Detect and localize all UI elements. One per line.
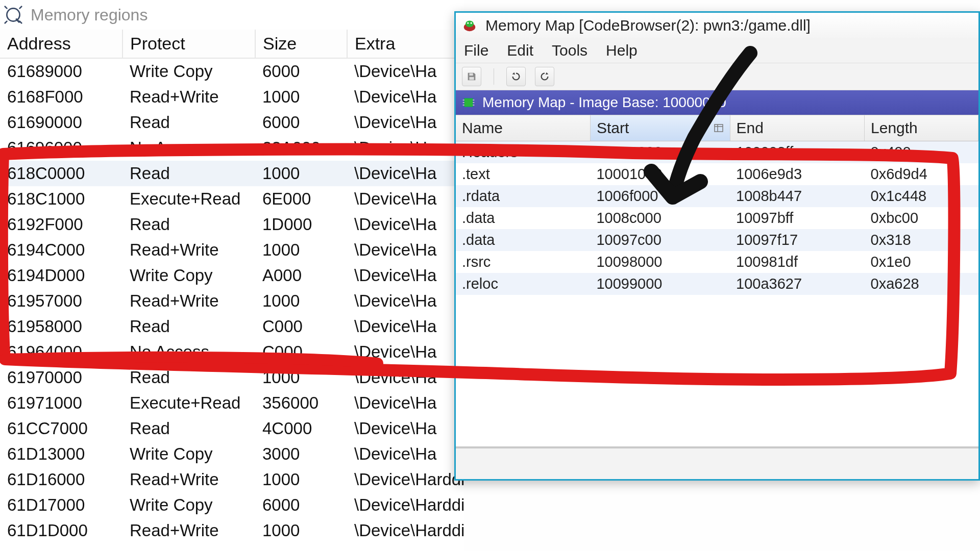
table-row[interactable]: .rsrc10098000100981df0x1e0 — [456, 251, 978, 273]
table-cell: A000 — [255, 263, 347, 288]
table-cell: Read+Write — [122, 288, 255, 314]
table-cell: 10097f17 — [730, 229, 864, 251]
gh-col-start[interactable]: Start — [590, 115, 730, 141]
ce-col-address[interactable]: Address — [0, 30, 122, 58]
table-cell: Execute+Read — [122, 186, 255, 212]
table-cell: Write Copy — [122, 441, 255, 467]
table-row[interactable]: 61D16000Read+Write1000\Device\HarddiskVo… — [0, 467, 464, 492]
table-row[interactable]: 61689000Write Copy6000\Device\Ha — [0, 58, 464, 84]
table-cell: 61971000 — [0, 390, 122, 416]
gh-pane-title: Memory Map - Image Base: 10000000 — [482, 94, 726, 111]
table-row[interactable]: .reloc10099000100a36270xa628 — [456, 273, 978, 295]
column-tool-icon[interactable] — [713, 122, 725, 134]
table-cell: \Device\Ha — [347, 263, 464, 288]
table-cell: 10001000 — [590, 163, 730, 185]
gh-pane-header: Memory Map - Image Base: 10000000 — [456, 90, 978, 115]
table-cell: .reloc — [456, 273, 590, 295]
gh-menu-file[interactable]: File — [464, 42, 488, 59]
table-cell: \Device\Ha — [347, 339, 464, 365]
table-cell: 10000000 — [590, 141, 730, 164]
table-row[interactable]: Headers10000000100003ff0x400 — [456, 141, 978, 164]
table-cell: 10097c00 — [590, 229, 730, 251]
table-row[interactable]: 61971000Execute+Read356000\Device\Ha — [0, 390, 464, 416]
table-cell: .rdata — [456, 185, 590, 207]
table-cell: Read+Write — [122, 467, 255, 492]
table-cell: Write Copy — [122, 263, 255, 288]
redo-button[interactable] — [535, 67, 554, 86]
save-button[interactable] — [462, 67, 481, 86]
table-cell: 0x1c448 — [865, 185, 978, 207]
ce-col-protect[interactable]: Protect — [122, 30, 255, 58]
table-cell: Read — [122, 416, 255, 441]
table-row[interactable]: 61D17000Write Copy6000\Device\HarddiskVo… — [0, 492, 464, 518]
cheatengine-icon — [4, 6, 22, 24]
table-cell: 61690000 — [0, 110, 122, 135]
table-cell: 0x318 — [865, 229, 978, 251]
table-row[interactable]: 61970000Read1000\Device\Ha — [0, 365, 464, 390]
table-cell: Read — [122, 212, 255, 237]
svg-rect-6 — [469, 73, 473, 76]
table-cell: 61958000 — [0, 314, 122, 339]
gh-col-name[interactable]: Name — [456, 115, 590, 141]
table-row[interactable]: 61CC7000Read4C000\Device\Ha — [0, 416, 464, 441]
table-row[interactable]: 61958000ReadC000\Device\Ha — [0, 314, 464, 339]
gh-memory-map-table[interactable]: Name Start End Length Headers10000000100… — [456, 115, 978, 295]
table-cell: \Device\Ha — [347, 390, 464, 416]
ce-col-extra[interactable]: Extra — [347, 30, 464, 58]
table-cell: 1000 — [255, 518, 347, 543]
table-cell: 6194D000 — [0, 263, 122, 288]
table-cell: No Access — [122, 135, 255, 161]
svg-point-3 — [465, 20, 474, 27]
ce-memory-regions-table[interactable]: Address Protect Size Extra 61689000Write… — [0, 30, 464, 543]
gh-menu-tools[interactable]: Tools — [552, 42, 587, 59]
table-cell: \Device\Ha — [347, 84, 464, 110]
gh-col-end[interactable]: End — [730, 115, 864, 141]
table-row[interactable]: .data1008c00010097bff0xbc00 — [456, 207, 978, 229]
table-row[interactable]: 61D13000Write Copy3000\Device\Ha — [0, 441, 464, 467]
table-row[interactable]: 6194C000Read+Write1000\Device\Ha — [0, 237, 464, 263]
table-cell: 22A000 — [255, 135, 347, 161]
gh-titlebar[interactable]: Memory Map [CodeBrowser(2): pwn3:/game.d… — [456, 13, 978, 38]
table-cell: Read+Write — [122, 237, 255, 263]
table-row[interactable]: .text100010001006e9d30x6d9d4 — [456, 163, 978, 185]
table-cell: 1000 — [255, 365, 347, 390]
table-cell: .text — [456, 163, 590, 185]
table-row[interactable]: 6168F000Read+Write1000\Device\Ha — [0, 84, 464, 110]
gh-col-length[interactable]: Length — [865, 115, 978, 141]
undo-button[interactable] — [506, 67, 526, 86]
gh-toolbar — [456, 63, 978, 90]
gh-menu-help[interactable]: Help — [606, 42, 638, 59]
table-row[interactable]: 6194D000Write CopyA000\Device\Ha — [0, 263, 464, 288]
gh-menu-edit[interactable]: Edit — [507, 42, 533, 59]
table-row[interactable]: 618C1000Execute+Read6E000\Device\Ha — [0, 186, 464, 212]
table-row[interactable]: 61957000Read+Write1000\Device\Ha — [0, 288, 464, 314]
table-row[interactable]: 61696000No Access22A000\Device\Ha — [0, 135, 464, 161]
table-cell: 1000 — [255, 237, 347, 263]
ce-window-title: Memory regions — [31, 6, 148, 24]
ce-col-size[interactable]: Size — [255, 30, 347, 58]
table-row[interactable]: 6192F000Read1D000\Device\Ha — [0, 212, 464, 237]
table-cell: 61CC7000 — [0, 416, 122, 441]
svg-point-4 — [467, 22, 469, 24]
table-cell: 1000 — [255, 288, 347, 314]
table-cell: \Device\Ha — [347, 110, 464, 135]
ce-titlebar[interactable]: Memory regions — [0, 0, 464, 30]
table-cell: \Device\Ha — [347, 161, 464, 186]
table-cell: 1008b447 — [730, 185, 864, 207]
table-cell: 6192F000 — [0, 212, 122, 237]
table-row[interactable]: 61690000Read6000\Device\Ha — [0, 110, 464, 135]
table-cell: 6000 — [255, 492, 347, 518]
table-row[interactable]: .rdata1006f0001008b4470x1c448 — [456, 185, 978, 207]
table-row[interactable]: .data10097c0010097f170x318 — [456, 229, 978, 251]
table-cell: \Device\HarddiskVolume2\Windows\SysWOW64… — [347, 518, 464, 543]
table-cell: \Device\HarddiskVolume2\Windows\SysWOW64… — [347, 467, 464, 492]
table-row[interactable]: 61964000No AccessC000\Device\Ha — [0, 339, 464, 365]
ghidra-memory-map-window: Memory Map [CodeBrowser(2): pwn3:/game.d… — [454, 11, 980, 481]
table-cell: 6E000 — [255, 186, 347, 212]
table-row[interactable]: 618C0000Read1000\Device\Ha — [0, 161, 464, 186]
table-cell: Read — [122, 161, 255, 186]
table-cell: .data — [456, 207, 590, 229]
table-row[interactable]: 61D1D000Read+Write1000\Device\HarddiskVo… — [0, 518, 464, 543]
table-cell: 0xbc00 — [865, 207, 978, 229]
table-cell: \Device\HarddiskVolume2\Windows\SysWOW64… — [347, 492, 464, 518]
